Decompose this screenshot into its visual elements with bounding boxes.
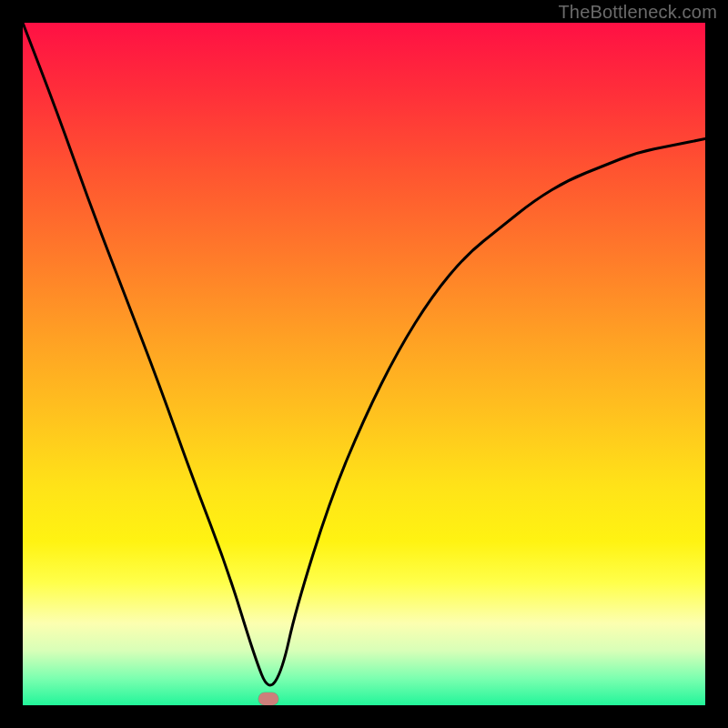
minimum-marker (258, 693, 278, 705)
chart-frame: TheBottleneck.com (0, 0, 728, 728)
bottleneck-curve (23, 23, 705, 705)
plot-area (23, 23, 705, 705)
watermark-label: TheBottleneck.com (558, 2, 717, 23)
